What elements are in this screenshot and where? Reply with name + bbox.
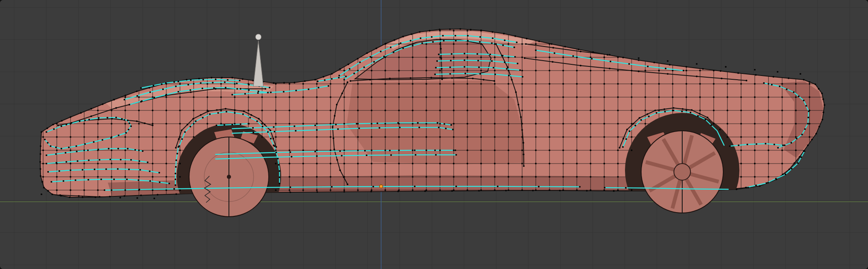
vertex[interactable]: [332, 126, 333, 128]
vertex[interactable]: [115, 117, 117, 118]
vertex[interactable]: [681, 110, 683, 112]
vertex[interactable]: [480, 176, 482, 178]
vertex[interactable]: [414, 186, 416, 187]
vertex[interactable]: [467, 163, 468, 164]
vertex[interactable]: [710, 124, 712, 126]
vertex[interactable]: [113, 99, 115, 100]
vertex[interactable]: [441, 78, 443, 80]
vertex[interactable]: [768, 136, 769, 138]
vertex[interactable]: [479, 41, 481, 43]
vertex[interactable]: [713, 110, 715, 111]
vertex[interactable]: [644, 70, 646, 71]
vertex[interactable]: [523, 165, 525, 167]
vertex[interactable]: [754, 136, 756, 138]
vertex[interactable]: [83, 176, 85, 178]
vertex[interactable]: [740, 96, 742, 98]
vertex[interactable]: [795, 110, 797, 111]
vertex[interactable]: [341, 155, 343, 157]
vertex[interactable]: [202, 117, 204, 118]
vertex[interactable]: [71, 122, 72, 124]
vertex[interactable]: [647, 66, 649, 67]
vertex[interactable]: [503, 33, 505, 34]
vertex[interactable]: [478, 66, 480, 68]
vertex[interactable]: [402, 47, 404, 49]
vertex[interactable]: [234, 83, 236, 85]
vertex[interactable]: [672, 70, 673, 71]
vertex[interactable]: [149, 180, 151, 182]
vertex[interactable]: [343, 149, 345, 151]
vertex[interactable]: [264, 124, 265, 125]
vertex[interactable]: [439, 136, 441, 138]
vertex[interactable]: [111, 149, 112, 151]
vertex[interactable]: [617, 149, 619, 151]
vertex[interactable]: [152, 136, 153, 138]
vertex[interactable]: [243, 110, 245, 112]
vertex[interactable]: [549, 56, 550, 58]
vertex[interactable]: [412, 163, 413, 164]
vertex[interactable]: [234, 96, 236, 98]
vertex[interactable]: [562, 70, 564, 71]
vertex[interactable]: [149, 170, 151, 172]
vertex[interactable]: [791, 168, 793, 169]
vertex[interactable]: [625, 138, 627, 140]
vertex[interactable]: [78, 195, 80, 197]
vertex[interactable]: [152, 110, 153, 111]
vertex[interactable]: [754, 149, 756, 151]
vertex[interactable]: [234, 123, 236, 125]
vertex[interactable]: [124, 110, 126, 111]
vertex[interactable]: [46, 154, 47, 156]
vertex[interactable]: [576, 70, 578, 71]
vertex[interactable]: [39, 161, 41, 163]
vertex[interactable]: [532, 190, 534, 191]
vertex[interactable]: [644, 96, 646, 98]
vertex[interactable]: [349, 68, 350, 70]
vertex[interactable]: [252, 127, 254, 129]
vertex[interactable]: [372, 186, 374, 187]
vertex[interactable]: [398, 96, 400, 98]
vertex[interactable]: [250, 114, 252, 116]
vertex[interactable]: [357, 189, 359, 191]
vertex[interactable]: [165, 149, 167, 151]
vertex[interactable]: [425, 56, 427, 58]
vertex[interactable]: [464, 53, 465, 54]
vertex[interactable]: [603, 110, 605, 111]
vertex[interactable]: [518, 104, 519, 105]
vertex[interactable]: [83, 123, 85, 125]
vertex[interactable]: [603, 136, 605, 138]
3d-viewport[interactable]: [0, 0, 868, 269]
vertex[interactable]: [198, 78, 200, 79]
vertex[interactable]: [270, 91, 272, 93]
vertex[interactable]: [505, 190, 507, 191]
vertex[interactable]: [341, 93, 343, 94]
vertex[interactable]: [333, 137, 334, 139]
vertex[interactable]: [187, 124, 188, 125]
vertex[interactable]: [686, 83, 687, 85]
vertex[interactable]: [672, 83, 673, 85]
vertex[interactable]: [65, 152, 66, 154]
vertex[interactable]: [549, 163, 550, 164]
vertex[interactable]: [516, 42, 518, 43]
vertex[interactable]: [175, 184, 176, 186]
vertex[interactable]: [316, 189, 318, 191]
vertex[interactable]: [316, 83, 318, 85]
vertex[interactable]: [438, 54, 440, 55]
vertex[interactable]: [335, 124, 337, 125]
vertex[interactable]: [713, 96, 715, 98]
vertex[interactable]: [702, 68, 704, 70]
vertex[interactable]: [455, 40, 457, 42]
vertex[interactable]: [249, 117, 251, 118]
vertex[interactable]: [522, 76, 523, 78]
vertex[interactable]: [439, 70, 441, 71]
vertex[interactable]: [524, 57, 525, 59]
vertex[interactable]: [283, 91, 284, 93]
vertex[interactable]: [756, 143, 757, 145]
vertex[interactable]: [384, 96, 386, 98]
vertex[interactable]: [202, 88, 203, 89]
vertex[interactable]: [617, 176, 619, 178]
vertex[interactable]: [754, 110, 756, 111]
vertex[interactable]: [781, 96, 783, 98]
vertex[interactable]: [721, 78, 722, 79]
vertex[interactable]: [302, 96, 304, 98]
vertex[interactable]: [439, 163, 441, 164]
vertex[interactable]: [604, 187, 605, 188]
